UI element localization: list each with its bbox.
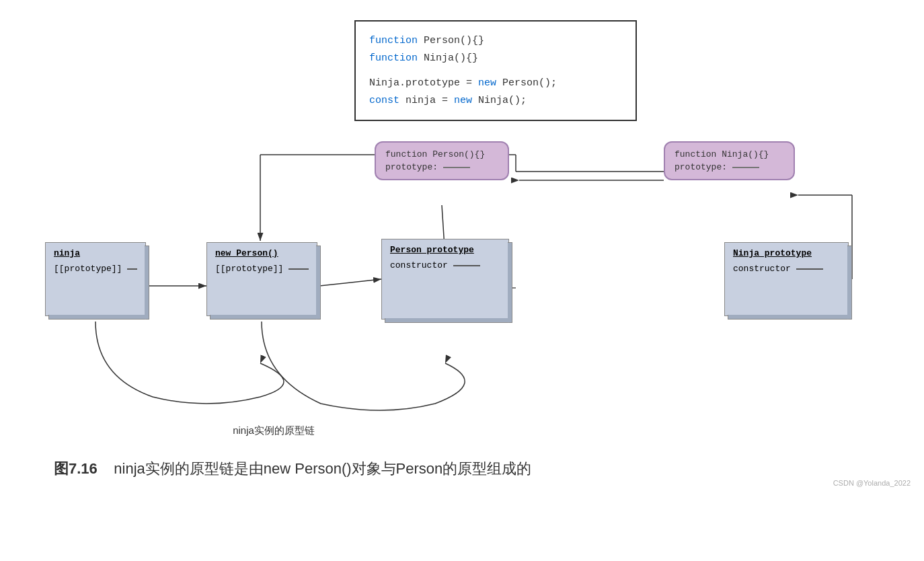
person-func-proto-line bbox=[443, 167, 470, 168]
keyword-const: const bbox=[369, 95, 399, 106]
figure-number: 图7.16 bbox=[54, 460, 98, 477]
code-block: function Person(){} function Ninja(){} N… bbox=[354, 20, 637, 121]
figure-caption: 图7.16 ninja实例的原型链是由new Person()对象与Person… bbox=[13, 459, 911, 479]
ninja-prototype-label: [[prototype]] bbox=[54, 264, 122, 274]
code-text-1: Person(){} bbox=[424, 35, 484, 46]
figure-text bbox=[102, 460, 110, 477]
box-person-proto: Person prototype constructor bbox=[381, 239, 509, 320]
box-ninja: ninja [[prototype]] bbox=[45, 242, 146, 316]
ninja-func-line1: function Ninja(){} bbox=[675, 149, 784, 159]
person-func-text1: function Person(){} bbox=[385, 149, 485, 159]
code-ninja-var: ninja = bbox=[406, 95, 454, 106]
keyword-new1: new bbox=[478, 77, 496, 89]
figure-description: ninja实例的原型链是由new Person()对象与Person的原型组成的 bbox=[114, 460, 531, 477]
ninja-func-text1: function Ninja(){} bbox=[675, 149, 769, 159]
ninja-func-proto-label: prototype: bbox=[675, 162, 727, 172]
code-person-call: Person(); bbox=[502, 77, 557, 89]
code-line-5: const ninja = new Ninja(); bbox=[369, 92, 622, 110]
code-text-2: Ninja(){} bbox=[424, 52, 478, 64]
ninja-proto-constructor-field: constructor bbox=[733, 264, 840, 274]
keyword-function2: function bbox=[369, 52, 418, 64]
code-spacer bbox=[369, 67, 622, 75]
diagram-caption: ninja实例的原型链 bbox=[206, 424, 341, 437]
svg-line-4 bbox=[319, 279, 381, 286]
watermark: CSDN @Yolanda_2022 bbox=[833, 479, 911, 487]
ninja-proto-constructor-line bbox=[796, 268, 823, 270]
person-func-prototype: prototype: bbox=[385, 162, 498, 172]
code-line-2: function Ninja(){} bbox=[369, 50, 622, 67]
new-person-prototype-field: [[prototype]] bbox=[215, 264, 309, 274]
box-ninja-proto: Ninja prototype constructor bbox=[724, 242, 849, 316]
person-func-proto-label: prototype: bbox=[385, 162, 438, 172]
ninja-proto-title: Ninja prototype bbox=[733, 248, 840, 258]
person-proto-title: Person prototype bbox=[390, 245, 500, 255]
code-line-1: function Person(){} bbox=[369, 32, 622, 50]
person-proto-constructor-line bbox=[453, 265, 480, 266]
box-person-func: function Person(){} prototype: bbox=[375, 141, 509, 180]
ninja-prototype-field: [[prototype]] bbox=[54, 264, 137, 274]
watermark-text: CSDN @Yolanda_2022 bbox=[833, 479, 911, 487]
box-ninja-func: function Ninja(){} prototype: bbox=[664, 141, 795, 180]
person-proto-constructor-label: constructor bbox=[390, 260, 448, 270]
new-person-prototype-label: [[prototype]] bbox=[215, 264, 283, 274]
diagram-area: ninja [[prototype]] new Person() [[proto… bbox=[18, 135, 906, 451]
ninja-func-prototype: prototype: bbox=[675, 162, 784, 172]
keyword-new2: new bbox=[454, 95, 472, 106]
code-ninja-call: Ninja(); bbox=[478, 95, 527, 106]
ninja-prototype-line bbox=[127, 268, 137, 270]
page-container: function Person(){} function Ninja(){} N… bbox=[0, 0, 924, 561]
ninja-proto-constructor-label: constructor bbox=[733, 264, 791, 274]
new-person-prototype-line bbox=[288, 268, 309, 270]
person-proto-constructor-field: constructor bbox=[390, 260, 500, 270]
ninja-title: ninja bbox=[54, 248, 137, 258]
ninja-func-proto-line bbox=[732, 167, 759, 168]
person-func-line1: function Person(){} bbox=[385, 149, 498, 159]
diagram-caption-text: ninja实例的原型链 bbox=[233, 424, 315, 436]
keyword-function1: function bbox=[369, 35, 418, 46]
code-ninja-proto: Ninja.prototype = bbox=[369, 77, 478, 89]
code-line-4: Ninja.prototype = new Person(); bbox=[369, 75, 622, 92]
box-new-person: new Person() [[prototype]] bbox=[206, 242, 317, 316]
new-person-title: new Person() bbox=[215, 248, 309, 258]
